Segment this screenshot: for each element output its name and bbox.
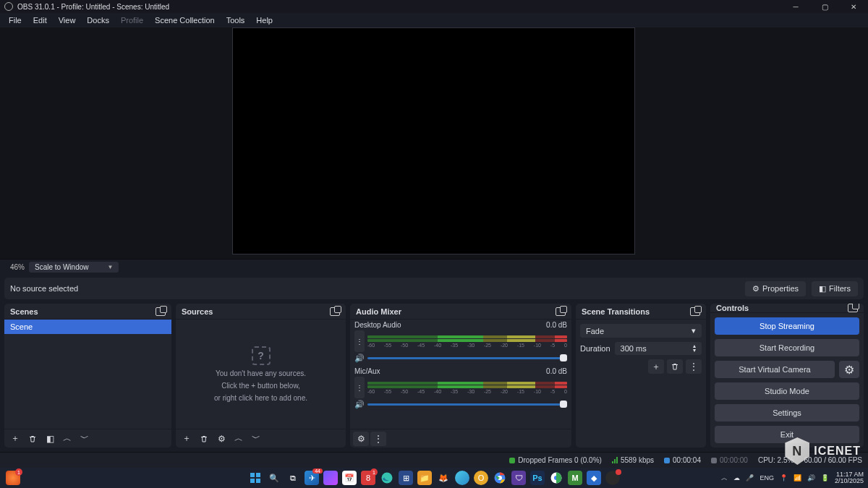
duration-input[interactable]: 300 ms ▴▾ [615,342,702,355]
popout-icon[interactable] [156,307,166,316]
source-properties-button[interactable]: ⚙ [213,432,229,446]
mixer-advanced-button[interactable]: ⚙ [353,432,369,446]
status-live-time: 00:00:04 [664,456,701,464]
add-transition-button[interactable]: ＋ [648,359,664,374]
speaker-icon[interactable]: 🔊 [354,354,365,363]
chevron-down-icon: ▼ [107,264,113,270]
transition-menu-button[interactable]: ⋮ [686,359,702,374]
channel-menu-button[interactable]: ⋮ [354,330,365,352]
scene-up-button[interactable]: ︿ [59,432,75,446]
obs-logo-icon [4,2,13,11]
wifi-icon[interactable]: 📶 [793,474,801,481]
taskbar-clock[interactable]: 11:17 AM 2/10/2025 [835,471,864,485]
remove-scene-button[interactable] [25,432,41,446]
svg-rect-3 [256,479,260,483]
popout-icon[interactable] [690,307,700,316]
edge-icon[interactable] [380,471,394,485]
location-icon[interactable]: 📍 [780,474,788,481]
popout-icon[interactable] [556,307,566,316]
mixer-channel: Mic/Aux0.0 dB ⋮ -60-55-50-45-40-35-30-25… [350,366,571,412]
menu-scene-collection[interactable]: Scene Collection [149,14,221,26]
menu-edit[interactable]: Edit [27,14,53,26]
watermark: N ICENET [785,437,861,465]
taskbar-app-icon[interactable]: ✈44 [305,471,319,485]
start-button[interactable] [248,471,263,485]
settings-button[interactable]: Settings [715,404,859,421]
start-recording-button[interactable]: Start Recording [715,339,859,356]
taskbar-app-icon[interactable]: M [568,471,582,485]
duration-label: Duration [580,344,610,353]
sources-empty-state[interactable]: ? You don't have any sources. Click the … [176,320,346,429]
taskbar-app-icon[interactable] [549,471,563,485]
preview-area[interactable] [0,27,868,259]
language-indicator[interactable]: ENG [760,474,774,481]
firefox-icon[interactable]: 🦊 [436,471,451,485]
menu-bar: File Edit View Docks Profile Scene Colle… [0,13,868,27]
menu-file[interactable]: File [3,14,27,26]
maximize-button[interactable]: ▢ [810,0,839,13]
taskbar-app-icon[interactable]: ◆ [587,471,601,485]
status-dropped-frames: Dropped Frames 0 (0.0%) [509,456,602,464]
transition-select[interactable]: Fade ▾ [580,324,702,338]
taskbar-app-icon[interactable]: O [474,471,488,485]
stop-streaming-button[interactable]: Stop Streaming [715,317,859,335]
tray-chevron-icon[interactable]: ︿ [721,474,728,483]
chevron-down-icon: ▾ [692,326,696,335]
sources-title: Sources [182,307,213,316]
add-scene-button[interactable]: ＋ [7,432,23,446]
question-icon: ? [252,346,271,365]
properties-button[interactable]: ⚙ Properties [745,281,806,296]
mixer-menu-button[interactable]: ⋮ [370,432,386,446]
volume-icon[interactable]: 🔊 [807,474,815,481]
microphone-icon[interactable]: 🎤 [746,474,754,481]
virtual-camera-settings-button[interactable]: ⚙ [839,361,859,378]
popout-icon[interactable] [848,304,858,312]
scene-filters-button[interactable]: ◧ [42,432,58,446]
menu-view[interactable]: View [53,14,82,26]
taskbar-app-icon[interactable] [323,471,338,485]
taskbar-app-icon[interactable]: 81 [361,471,375,485]
scene-down-button[interactable]: ﹀ [77,432,93,446]
remove-source-button[interactable] [196,432,212,446]
menu-help[interactable]: Help [250,14,278,26]
source-down-button[interactable]: ﹀ [248,432,264,446]
volume-slider[interactable] [367,357,567,359]
remove-transition-button[interactable] [667,359,683,374]
obs-taskbar-icon[interactable] [605,471,620,485]
taskbar[interactable]: 1 🔍 ⧉ ✈44 📅 81 ⊞ 📁 🦊 O 🛡 Ps M ◆ ︿ ☁ 🎤 EN… [0,468,868,488]
taskbar-app-icon[interactable] [455,471,469,485]
scenes-title: Scenes [10,307,38,316]
mixer-channel: Desktop Audio0.0 dB ⋮ -60-55-50-45-40-35… [350,320,571,366]
chrome-icon[interactable] [493,471,507,485]
taskbar-widget-icon[interactable]: 1 [6,471,20,485]
menu-profile[interactable]: Profile [115,14,149,26]
source-up-button[interactable]: ︿ [231,432,247,446]
taskbar-app-icon[interactable]: 🛡 [511,471,526,485]
taskbar-app-icon[interactable]: ⊞ [399,471,413,485]
add-source-button[interactable]: ＋ [179,432,195,446]
photoshop-icon[interactable]: Ps [530,471,545,485]
search-icon[interactable]: 🔍 [267,471,281,485]
scene-item[interactable]: Scene [4,320,171,334]
file-explorer-icon[interactable]: 📁 [417,471,432,485]
filters-button[interactable]: ◧ Filters [812,281,858,296]
virtual-camera-button[interactable]: Start Virtual Camera [715,361,835,378]
volume-slider[interactable] [367,403,567,406]
zoom-mode-select[interactable]: Scale to Window ▼ [29,262,119,273]
taskbar-app-icon[interactable]: 📅 [342,471,357,485]
spinner-icon[interactable]: ▴▾ [693,344,696,352]
channel-menu-button[interactable]: ⋮ [354,377,365,398]
task-view-icon[interactable]: ⧉ [286,471,300,485]
battery-icon[interactable]: 🔋 [821,474,829,481]
menu-tools[interactable]: Tools [221,14,251,26]
studio-mode-button[interactable]: Studio Mode [715,382,859,400]
preview-canvas[interactable] [232,27,635,254]
close-button[interactable]: ✕ [839,0,868,13]
popout-icon[interactable] [330,307,340,316]
onedrive-icon[interactable]: ☁ [733,474,740,481]
window-title: OBS 31.0.1 - Profile: Untitled - Scenes:… [17,3,169,11]
shield-icon: N [785,437,809,465]
menu-docks[interactable]: Docks [81,14,115,26]
speaker-icon[interactable]: 🔊 [354,400,365,409]
minimize-button[interactable]: ─ [781,0,810,13]
